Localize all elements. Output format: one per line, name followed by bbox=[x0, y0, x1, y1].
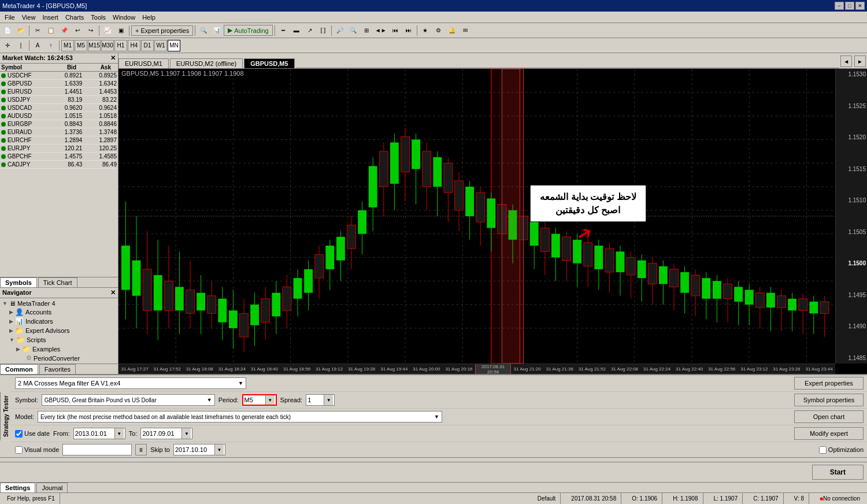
market-watch-row[interactable]: GBPCHF1.45751.4585 bbox=[0, 153, 118, 161]
chart-zoom-btn[interactable]: 🔍 bbox=[197, 24, 210, 37]
tab-favorites[interactable]: Favorites bbox=[39, 364, 76, 374]
fibo-tool[interactable]: ⟦⟧ bbox=[317, 24, 329, 37]
menu-tools[interactable]: Tools bbox=[87, 13, 109, 22]
visual-speed-slider[interactable] bbox=[62, 444, 132, 455]
pause-btn[interactable]: ⏸ bbox=[135, 444, 147, 455]
menu-insert[interactable]: Insert bbox=[39, 13, 62, 22]
chart-mode-btn[interactable]: 📊 bbox=[210, 24, 223, 37]
new-order-button[interactable]: + Expert properties bbox=[131, 25, 193, 36]
model-dropdown[interactable]: Every tick (the most precise method base… bbox=[38, 411, 442, 423]
line-studies[interactable]: | bbox=[14, 39, 27, 52]
market-watch-row[interactable]: EURCHF1.28941.2897 bbox=[0, 136, 118, 144]
expert-properties-btn[interactable]: Expert properties bbox=[794, 377, 864, 390]
chart-btn[interactable]: 📈 bbox=[101, 24, 114, 37]
text-tool[interactable]: A bbox=[31, 39, 44, 52]
cut-btn[interactable]: ✂ bbox=[31, 24, 44, 37]
menu-charts[interactable]: Charts bbox=[62, 13, 87, 22]
hline-tool[interactable]: ▬ bbox=[290, 24, 303, 37]
period-dropdown-btn[interactable]: ▼ bbox=[265, 395, 275, 405]
tab-journal[interactable]: Journal bbox=[36, 483, 68, 492]
nav-accounts[interactable]: ▶ 👤 Accounts bbox=[0, 307, 118, 317]
mail-btn[interactable]: ✉ bbox=[459, 24, 472, 37]
redo-btn[interactable]: ↪ bbox=[84, 24, 97, 37]
nav-indicators[interactable]: ▶ 📊 Indicators bbox=[0, 317, 118, 326]
tf-mn[interactable]: MN bbox=[168, 40, 180, 51]
menu-help[interactable]: Help bbox=[139, 13, 159, 22]
tab-common[interactable]: Common bbox=[0, 364, 38, 374]
alert-btn[interactable]: 🔔 bbox=[446, 24, 458, 37]
navigator-close[interactable]: ✕ bbox=[110, 289, 116, 297]
open-chart-btn[interactable]: Open chart bbox=[794, 410, 864, 423]
skip-to-input[interactable]: 2017.10.10 ▼ bbox=[173, 444, 225, 455]
undo-btn[interactable]: ↩ bbox=[71, 24, 84, 37]
tf-d1[interactable]: D1 bbox=[141, 40, 154, 51]
paste-btn[interactable]: 📌 bbox=[58, 24, 71, 37]
maximize-button[interactable]: □ bbox=[845, 2, 854, 10]
modify-expert-btn[interactable]: Modify expert bbox=[794, 427, 864, 440]
market-watch-row[interactable]: USDCAD0.96200.9624 bbox=[0, 104, 118, 112]
tab-settings[interactable]: Settings bbox=[0, 483, 35, 492]
market-watch-row[interactable]: EURJPY120.21120.25 bbox=[0, 144, 118, 153]
tf-m5[interactable]: M5 bbox=[75, 40, 87, 51]
menu-view[interactable]: View bbox=[18, 13, 39, 22]
nav-root[interactable]: ▼ 🖥 MetaTrader 4 bbox=[0, 299, 118, 307]
visual-mode-checkbox[interactable] bbox=[15, 446, 23, 454]
tf-w1[interactable]: W1 bbox=[154, 40, 167, 51]
market-watch-row[interactable]: AUDUSD1.05151.0518 bbox=[0, 112, 118, 120]
nav-expert-advisors[interactable]: ▶ 📁 Expert Advisors bbox=[0, 326, 118, 335]
zoom-in-btn[interactable]: 🔎 bbox=[334, 24, 346, 37]
zoom-out-btn[interactable]: 🔍 bbox=[347, 24, 360, 37]
copy-btn[interactable]: 📋 bbox=[45, 24, 57, 37]
skip-dropdown-btn[interactable]: ▼ bbox=[214, 444, 224, 455]
tab-symbols[interactable]: Symbols bbox=[0, 277, 37, 287]
optimization-checkbox[interactable] bbox=[819, 446, 827, 454]
symbol-properties-btn[interactable]: Symbol properties bbox=[794, 394, 864, 406]
nav-period-converter[interactable]: ⚙ PeriodConverter bbox=[0, 354, 118, 362]
indicator-btn[interactable]: ▣ bbox=[114, 24, 127, 37]
tf-m30[interactable]: M30 bbox=[101, 40, 114, 51]
chart-tab-eurusd-m1[interactable]: EURUSD,M1 bbox=[118, 58, 169, 68]
nav-examples[interactable]: ▶ 📁 Examples bbox=[0, 344, 118, 354]
tf-h1[interactable]: H1 bbox=[114, 40, 127, 51]
chart-scroll-right[interactable]: ► bbox=[854, 55, 866, 67]
market-watch-row[interactable]: USDJPY83.1983.22 bbox=[0, 96, 118, 104]
tf-h4[interactable]: H4 bbox=[128, 40, 140, 51]
market-watch-row[interactable]: EURAUD1.37361.3748 bbox=[0, 128, 118, 136]
symbol-dropdown[interactable]: GBPUSD, Great Britain Pound vs US Dollar… bbox=[42, 394, 215, 406]
tline-tool[interactable]: ↗ bbox=[303, 24, 316, 37]
chart-tab-gbpusd-m5[interactable]: GBPUSD,M5 bbox=[244, 58, 294, 68]
from-dropdown-btn[interactable]: ▼ bbox=[114, 428, 124, 439]
market-watch-row[interactable]: EURUSD1.44511.4453 bbox=[0, 88, 118, 96]
tf-m1[interactable]: M1 bbox=[61, 40, 74, 51]
scroll-btn[interactable]: ◄► bbox=[373, 24, 388, 37]
ea-dropdown[interactable]: 2 MA Crosses Mega filter EA V1.ex4 ▼ bbox=[15, 377, 246, 389]
market-watch-row[interactable]: EURGBP0.88430.8846 bbox=[0, 120, 118, 128]
spread-dropdown-btn[interactable]: ▼ bbox=[324, 395, 333, 405]
chart-scroll-left[interactable]: ◄ bbox=[840, 55, 852, 67]
from-input[interactable]: 2013.01.01 ▼ bbox=[73, 428, 125, 439]
line-tool[interactable]: ━ bbox=[277, 24, 290, 37]
market-watch-row[interactable]: GBPUSD1.63391.6342 bbox=[0, 80, 118, 88]
spread-input[interactable]: 1 ▼ bbox=[306, 394, 335, 406]
market-watch-close[interactable]: ✕ bbox=[110, 54, 116, 62]
chart-tab-eurusd-m2[interactable]: EURUSD,M2 (offline) bbox=[170, 58, 243, 68]
open-btn[interactable]: 📂 bbox=[14, 24, 27, 37]
start-button[interactable]: Start bbox=[812, 465, 864, 480]
market-watch-row[interactable]: USDCHF0.89210.8925 bbox=[0, 72, 118, 80]
new-btn[interactable]: 📄 bbox=[1, 24, 14, 37]
tf-m15[interactable]: M15 bbox=[88, 40, 101, 51]
minimize-button[interactable]: − bbox=[835, 2, 844, 10]
arrow-tool[interactable]: ↑ bbox=[45, 39, 57, 52]
menu-file[interactable]: File bbox=[1, 13, 18, 22]
menu-window[interactable]: Window bbox=[109, 13, 139, 22]
close-button[interactable]: ✕ bbox=[855, 2, 865, 10]
auto-trading-button[interactable]: ▶ AutoTrading bbox=[224, 25, 273, 36]
settings-btn[interactable]: ⚙ bbox=[432, 24, 445, 37]
period-input[interactable]: M5 ▼ bbox=[242, 394, 277, 406]
use-date-checkbox[interactable] bbox=[15, 430, 23, 438]
candle-btn[interactable]: ⏭ bbox=[402, 24, 415, 37]
crosshair-tool[interactable]: ✛ bbox=[1, 39, 14, 52]
to-input[interactable]: 2017.09.01 ▼ bbox=[140, 428, 192, 439]
nav-scripts[interactable]: ▼ 📁 Scripts bbox=[0, 335, 118, 344]
bar-btn[interactable]: ⏮ bbox=[389, 24, 402, 37]
